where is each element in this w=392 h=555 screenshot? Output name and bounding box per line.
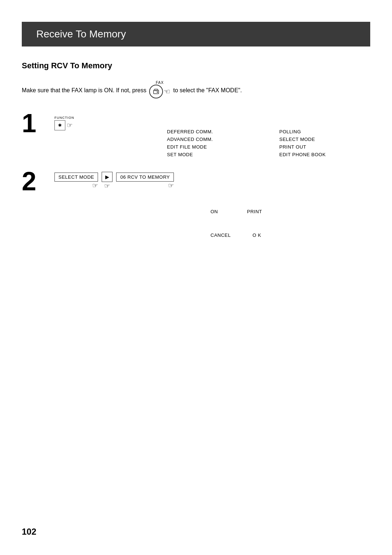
step-2-row: 2 SELECT MODE ☞ ▶ ☞ 06 RCV TO MEMORY ☞ (22, 168, 370, 194)
menu-item-deferred-comm: DEFERRED COMM. (167, 129, 257, 134)
menu-item-edit-phone-book: EDIT PHONE BOOK (279, 152, 370, 157)
print-label: PRINT (247, 209, 262, 214)
menu-grid: DEFERRED COMM. POLLING ADVANCED COMM. SE… (167, 129, 370, 157)
arrow-next-button[interactable]: ▶ (102, 172, 113, 182)
hand-cursor-select-mode: ☞ (92, 182, 98, 190)
step-2-number: 2 (22, 168, 44, 194)
menu-item-polling: POLLING (279, 129, 370, 134)
hand-cursor-rcv: ☞ (168, 182, 174, 190)
rcv-memory-button[interactable]: 06 RCV TO MEMORY (116, 173, 174, 182)
on-label: ON (211, 209, 218, 214)
menu-item-set-mode: SET MODE (167, 152, 257, 157)
menu-item-select-mode: SELECT MODE (279, 137, 370, 142)
rcv-memory-group: 06 RCV TO MEMORY ☞ (116, 173, 174, 190)
ok-label[interactable]: O K (253, 232, 261, 238)
function-icon-row: ✱ ☞ (54, 120, 73, 130)
hand-cursor-arrow: ☞ (104, 182, 110, 190)
function-square-icon: ✱ (54, 120, 65, 130)
menu-item-advanced-comm: ADVANCED COMM. (167, 137, 257, 142)
on-print-row: ON PRINT (211, 209, 370, 214)
fax-mode-icon: FAX ☞ (149, 81, 170, 98)
cancel-ok-row: CANCEL O K (211, 232, 370, 238)
select-mode-group: SELECT MODE ☞ (54, 173, 98, 190)
step-2-content: SELECT MODE ☞ ▶ ☞ 06 RCV TO MEMORY ☞ (54, 168, 370, 190)
hand-cursor-step1: ☞ (67, 121, 73, 129)
fax-circle-icon (149, 85, 163, 98)
step-1-number: 1 (22, 110, 44, 136)
step-1-content: FUNCTION ✱ ☞ (54, 110, 370, 130)
function-button: FUNCTION ✱ ☞ (54, 116, 74, 130)
svg-rect-2 (157, 92, 158, 93)
page-header: Receive To Memory (22, 22, 370, 46)
select-mode-button[interactable]: SELECT MODE (54, 173, 98, 182)
page-title: Receive To Memory (36, 28, 126, 40)
intro-text-before: Make sure that the FAX lamp is ON. If no… (22, 87, 146, 94)
step2-buttons-row: SELECT MODE ☞ ▶ ☞ 06 RCV TO MEMORY ☞ (54, 172, 370, 190)
intro-text-after: to select the "FAX MODE". (173, 87, 242, 94)
page-number: 102 (22, 527, 36, 537)
hand-cursor-intro: ☞ (164, 87, 170, 96)
fax-label: FAX (156, 81, 164, 85)
arrow-button-group: ▶ ☞ (102, 172, 113, 190)
menu-item-edit-file-mode: EDIT FILE MODE (167, 144, 257, 150)
section-title: Setting RCV To Memory (22, 61, 370, 70)
intro-line: Make sure that the FAX lamp is ON. If no… (22, 81, 370, 99)
menu-item-print-out: PRINT OUT (279, 144, 370, 150)
function-label: FUNCTION (54, 116, 74, 119)
cancel-label[interactable]: CANCEL (211, 232, 231, 238)
